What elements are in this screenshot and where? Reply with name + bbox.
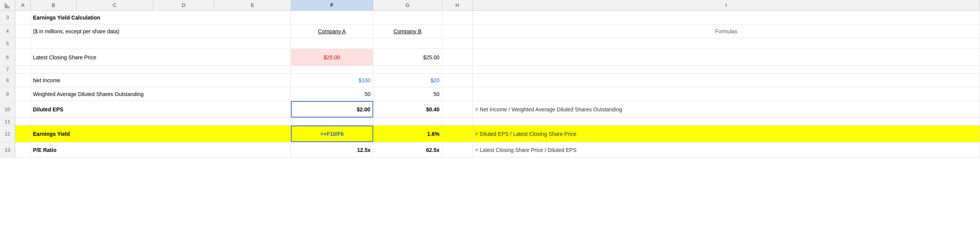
cell-a5[interactable] [15, 38, 31, 49]
company-b-earnings-yield: 1.6% [427, 131, 439, 137]
cell-h3[interactable] [442, 11, 473, 24]
cell-a7[interactable] [15, 66, 31, 73]
cell-b13[interactable]: P/E Ratio [31, 142, 291, 157]
row-num-5: 5 [0, 38, 15, 49]
cell-i5[interactable] [473, 38, 980, 49]
company-b-label: Company B [394, 28, 421, 34]
cell-a9[interactable] [15, 87, 31, 101]
cell-f4[interactable]: Company A [291, 24, 373, 38]
cell-h9[interactable] [442, 87, 473, 101]
col-header-e[interactable]: E [214, 0, 291, 10]
cell-i10[interactable]: = Net Income / Weighted Average Diluted … [473, 101, 980, 117]
cell-f12[interactable]: =+F10/F6 [291, 126, 373, 142]
cell-g5[interactable] [373, 38, 442, 49]
cell-g13[interactable]: 62.5x [373, 142, 442, 157]
cell-h5[interactable] [442, 38, 473, 49]
column-headers: A B C D E F G H I [0, 0, 980, 11]
cell-i13[interactable]: = Latest Closing Share Price / Diluted E… [473, 142, 980, 157]
table-row: 6 Latest Closing Share Price $25.00 $25.… [0, 49, 980, 66]
net-income-label: Net Income [33, 77, 60, 83]
cell-f10[interactable]: $2.00 [291, 101, 373, 117]
cell-i9[interactable] [473, 87, 980, 101]
row-num-8: 8 [0, 73, 15, 87]
cell-g3[interactable] [373, 11, 442, 24]
cell-g8[interactable]: $20 [373, 73, 442, 87]
cell-b9[interactable]: Weighted Average Diluted Shares Outstand… [31, 87, 291, 101]
table-row: 5 [0, 38, 980, 49]
pe-ratio-formula-desc: = Latest Closing Share Price / Diluted E… [475, 147, 577, 153]
cell-h6[interactable] [442, 49, 473, 65]
cell-b10[interactable]: Diluted EPS [31, 101, 291, 117]
col-header-c[interactable]: C [77, 0, 153, 10]
cell-a11[interactable] [15, 118, 31, 125]
cell-h12[interactable] [442, 126, 473, 142]
col-header-d[interactable]: D [153, 0, 214, 10]
cell-h10[interactable] [442, 101, 473, 117]
cell-g4[interactable]: Company B [373, 24, 442, 38]
row-num-9: 9 [0, 87, 15, 101]
cell-g7[interactable] [373, 66, 442, 73]
cell-g6[interactable]: $25.00 [373, 49, 442, 65]
cell-i7[interactable] [473, 66, 980, 73]
cell-a6[interactable] [15, 49, 31, 65]
cell-f8[interactable]: $100 [291, 73, 373, 87]
cell-i11[interactable] [473, 118, 980, 125]
row-num-13: 13 [0, 142, 15, 157]
cell-b7[interactable] [31, 66, 291, 73]
cell-a4[interactable] [15, 24, 31, 38]
col-header-h[interactable]: H [442, 0, 473, 10]
cell-h4[interactable] [442, 24, 473, 38]
cell-g11[interactable] [373, 118, 442, 125]
company-a-diluted-eps: $2.00 [357, 106, 370, 113]
col-header-b[interactable]: B [31, 0, 77, 10]
company-a-closing-price: $25.00 [324, 54, 340, 60]
table-row: 11 [0, 118, 980, 126]
shares-outstanding-label: Weighted Average Diluted Shares Outstand… [33, 91, 144, 97]
cell-b6[interactable]: Latest Closing Share Price [31, 49, 291, 65]
cell-g12[interactable]: 1.6% [373, 126, 442, 142]
cell-f9[interactable]: 50 [291, 87, 373, 101]
cell-b8[interactable]: Net Income [31, 73, 291, 87]
cell-h8[interactable] [442, 73, 473, 87]
table-row: 7 [0, 66, 980, 73]
cell-f5[interactable] [291, 38, 373, 49]
col-header-f[interactable]: F [291, 0, 373, 10]
cell-a8[interactable] [15, 73, 31, 87]
cell-h11[interactable] [442, 118, 473, 125]
cell-a10[interactable] [15, 101, 31, 117]
cell-i8[interactable] [473, 73, 980, 87]
cell-f11[interactable] [291, 118, 373, 125]
earnings-yield-row-label: Earnings Yield [33, 131, 70, 137]
col-header-a[interactable]: A [15, 0, 31, 10]
cell-f3[interactable] [291, 11, 373, 24]
col-header-g[interactable]: G [373, 0, 442, 10]
cell-h7[interactable] [442, 66, 473, 73]
cell-b11[interactable] [31, 118, 291, 125]
cell-i3[interactable] [473, 11, 980, 24]
cell-i6[interactable] [473, 49, 980, 65]
col-header-i[interactable]: I [473, 0, 980, 10]
cell-f6[interactable]: $25.00 [291, 49, 373, 65]
table-row: 4 ($ in millions, except per share data)… [0, 24, 980, 38]
table-row: 13 P/E Ratio 12.5x 62.5x = Latest Closin… [0, 142, 980, 158]
cell-a13[interactable] [15, 142, 31, 157]
cell-f7[interactable] [291, 66, 373, 73]
cell-b3[interactable]: Earnings Yield Calculation [31, 11, 291, 24]
cell-i4[interactable]: Formulas [473, 24, 980, 38]
cell-a12[interactable] [15, 126, 31, 142]
company-b-closing-price: $25.00 [423, 54, 439, 60]
cell-g10[interactable]: $0.40 [373, 101, 442, 117]
cell-i12[interactable]: = Diluted EPS / Latest Closing Share Pri… [473, 126, 980, 142]
cell-f13[interactable]: 12.5x [291, 142, 373, 157]
cell-g9[interactable]: 50 [373, 87, 442, 101]
formulas-header: Formulas [715, 28, 737, 34]
row-num-12: 12 [0, 126, 15, 142]
table-row: 3 Earnings Yield Calculation [0, 11, 980, 24]
earnings-yield-formula-desc: = Diluted EPS / Latest Closing Share Pri… [475, 131, 577, 137]
cell-a3[interactable] [15, 11, 31, 24]
cell-b5[interactable] [31, 38, 291, 49]
cell-b4[interactable]: ($ in millions, except per share data) [31, 24, 291, 38]
company-a-pe-ratio: 12.5x [357, 147, 371, 153]
cell-b12[interactable]: Earnings Yield [31, 126, 291, 142]
cell-h13[interactable] [442, 142, 473, 157]
